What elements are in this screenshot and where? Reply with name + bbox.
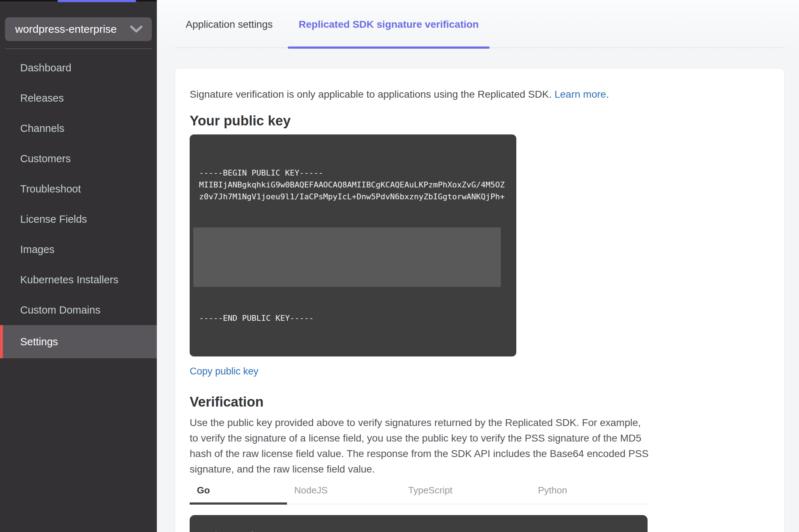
lang-tab-nodejs[interactable]: NodeJS (287, 480, 401, 504)
verification-heading: Verification (190, 394, 770, 410)
app-selector-label: wordpress-enterprise (15, 23, 117, 35)
learn-more-link[interactable]: Learn more (555, 89, 606, 100)
main-area: Application settingsReplicated SDK signa… (157, 0, 799, 532)
app-selector-dropdown[interactable]: wordpress-enterprise (5, 17, 152, 41)
sidebar-item-images[interactable]: Images (0, 234, 157, 265)
code-line: package main (200, 529, 637, 532)
settings-card: Signature verification is only applicabl… (175, 68, 785, 532)
page-root: wordpress-enterprise DashboardReleasesCh… (0, 0, 799, 532)
loading-bar (58, 0, 136, 2)
sidebar-item-channels[interactable]: Channels (0, 113, 157, 143)
sidebar: wordpress-enterprise DashboardReleasesCh… (0, 0, 157, 532)
sidebar-item-customers[interactable]: Customers (0, 143, 157, 174)
sdk-notice-text: Signature verification is only applicabl… (190, 89, 555, 100)
public-key-pem-text: -----BEGIN PUBLIC KEY----- MIIBIjANBgkqh… (199, 167, 507, 203)
lang-tab-typescript[interactable]: TypeScript (401, 480, 531, 504)
sidebar-item-troubleshoot[interactable]: Troubleshoot (0, 174, 157, 204)
sidebar-item-kubernetes-installers[interactable]: Kubernetes Installers (0, 265, 157, 295)
lang-tab-go[interactable]: Go (190, 480, 287, 504)
verification-description: Use the public key provided above to ver… (190, 415, 651, 477)
sdk-notice: Signature verification is only applicabl… (190, 89, 770, 100)
tab-application-settings[interactable]: Application settings (175, 19, 283, 48)
chevron-down-icon (130, 26, 142, 33)
settings-tab-bar: Application settingsReplicated SDK signa… (175, 0, 785, 48)
sidebar-item-dashboard[interactable]: Dashboard (0, 53, 157, 83)
sidebar-item-license-fields[interactable]: License Fields (0, 204, 157, 234)
sidebar-item-releases[interactable]: Releases (0, 83, 157, 113)
tab-replicated-sdk-signature-verification[interactable]: Replicated SDK signature verification (288, 19, 489, 48)
lang-tab-python[interactable]: Python (531, 480, 648, 504)
code-sample-block: package main import ( "crypto" "crypto/r… (190, 515, 648, 532)
language-tab-bar: GoNodeJSTypeScriptPython (190, 480, 648, 504)
public-key-redacted-overlay (193, 227, 501, 287)
public-key-heading: Your public key (190, 113, 770, 129)
sidebar-item-settings[interactable]: Settings (0, 325, 157, 358)
sdk-notice-suffix: . (606, 89, 609, 100)
public-key-block: -----BEGIN PUBLIC KEY----- MIIBIjANBgkqh… (190, 134, 516, 356)
sidebar-nav: DashboardReleasesChannelsCustomersTroubl… (0, 53, 157, 358)
sidebar-divider (5, 48, 152, 49)
copy-public-key-link[interactable]: Copy public key (190, 366, 259, 377)
sidebar-item-custom-domains[interactable]: Custom Domains (0, 295, 157, 325)
public-key-pem-end: -----END PUBLIC KEY----- (199, 312, 507, 324)
